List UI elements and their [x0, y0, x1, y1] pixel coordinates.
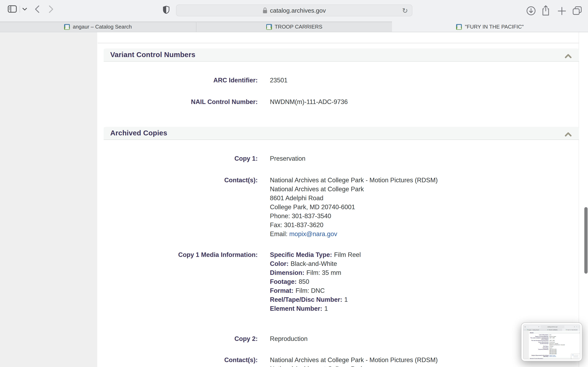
field-label: Contact(s):	[104, 176, 258, 185]
forward-button[interactable]	[48, 5, 53, 13]
media-key: Footage:	[270, 278, 297, 285]
contact-line: National Archives at College Park	[270, 185, 438, 194]
pip-tab-bar: angaur – Catalog Search TROOP CARRIERS "…	[523, 329, 580, 331]
back-icon	[35, 5, 39, 13]
media-key: Color:	[270, 260, 288, 267]
field-label: Copy 2:	[104, 334, 258, 343]
media-pair: Format:Film: DNC	[270, 286, 361, 295]
pip-forward-icon: ›	[528, 326, 528, 327]
shield-icon	[163, 6, 169, 14]
page-content: Variant Control Numbers ARC Identifier: …	[0, 32, 588, 367]
pip-nested-thumbnail	[571, 354, 580, 359]
share-icon	[541, 5, 550, 16]
tab-label: angaur – Catalog Search	[73, 24, 132, 30]
section-title: Variant Control Numbers	[110, 50, 195, 59]
collapse-chevron-up-icon[interactable]	[565, 53, 572, 60]
media-key: Reel/Tape/Disc Number:	[270, 296, 342, 303]
downloads-button[interactable]	[526, 6, 536, 16]
nara-favicon	[456, 24, 462, 30]
pip-tab: angaur – Catalog Search	[523, 329, 543, 331]
collapse-chevron-up-icon[interactable]	[565, 131, 572, 138]
contact-block: National Archives at College Park - Moti…	[270, 176, 438, 239]
section-title: Archived Copies	[110, 129, 167, 137]
email-prefix: Email:	[270, 230, 287, 237]
email-link[interactable]: mopix@nara.gov	[289, 230, 337, 237]
pip-favicon	[527, 329, 528, 330]
content-card-right-edge	[579, 32, 579, 367]
pip-share-icon: ⎋	[576, 326, 577, 327]
media-value: 850	[299, 278, 309, 285]
pip-favicon	[548, 329, 548, 330]
plus-icon	[557, 6, 566, 15]
pip-toolbar: ▥ ‹ › ⛨ catalog.archives.gov ⊙ ⎋ + ❐	[523, 325, 580, 329]
address-bar[interactable]: catalog.archives.gov ↻	[176, 4, 412, 16]
sidebar-dropdown-button[interactable]	[22, 7, 27, 11]
section-header-archived-copies[interactable]: Archived Copies	[104, 127, 579, 140]
media-key: Dimension:	[270, 269, 304, 276]
screenshot-thumbnail-window[interactable]: ▥ ‹ › ⛨ catalog.archives.gov ⊙ ⎋ + ❐ ang…	[521, 323, 582, 361]
contact-block: National Archives at College Park - Moti…	[270, 356, 438, 367]
tab-label: "FURY IN THE PACIFIC"	[465, 24, 524, 30]
pip-tab: "FURY IN THE PACIFIC"	[562, 329, 580, 331]
lock-icon	[263, 7, 268, 13]
pip-download-icon: ⊙	[574, 326, 575, 327]
vertical-scrollbar-thumb[interactable]	[584, 207, 588, 274]
media-value: 1	[344, 296, 348, 303]
field-value: Reproduction	[270, 334, 307, 343]
media-pair: Specific Media Type:Film Reel	[270, 250, 361, 259]
media-pair: Reel/Tape/Disc Number:1	[270, 295, 361, 304]
contact-line: National Archives at College Park - Moti…	[270, 356, 438, 365]
field-value: Preservation	[270, 154, 305, 163]
pip-back-icon: ‹	[527, 326, 527, 327]
chevron-down-icon	[22, 8, 27, 10]
contact-line: Phone: 301-837-3540	[270, 212, 438, 221]
media-info-block: Specific Media Type:Film Reel Color:Blac…	[270, 250, 361, 313]
media-value: Black-and-White	[291, 260, 337, 267]
nara-favicon	[266, 24, 272, 30]
download-icon	[526, 6, 536, 15]
pip-nested-close-badge	[571, 359, 572, 359]
tab-overview-icon	[572, 6, 582, 15]
tab-overview-button[interactable]	[572, 6, 582, 15]
nara-favicon	[64, 24, 70, 30]
browser-toolbar: catalog.archives.gov ↻	[0, 0, 588, 22]
media-value: Film Reel	[334, 251, 361, 258]
pip-sidebar-icon: ▥	[525, 326, 526, 327]
sidebar-icon	[8, 5, 17, 13]
field-label: ARC Identifier:	[104, 76, 258, 85]
media-value: 1	[324, 305, 328, 312]
pip-left-gutter	[523, 331, 529, 359]
media-pair: Color:Black-and-White	[270, 259, 361, 268]
tab-label: TROOP CARRIERS	[275, 24, 322, 30]
toolbar-divider	[20, 6, 20, 13]
tab-angaur-catalog-search[interactable]: angaur – Catalog Search	[0, 22, 196, 32]
media-value: Film: 35 mm	[306, 269, 341, 276]
media-pair: Footage:850	[270, 277, 361, 286]
pip-shield-icon: ⛨	[538, 326, 539, 327]
tab-troop-carriers[interactable]: TROOP CARRIERS	[196, 22, 392, 32]
field-label: NAIL Control Number:	[104, 98, 258, 106]
reload-button[interactable]: ↻	[402, 5, 408, 16]
left-gutter	[0, 32, 97, 367]
media-key: Element Number:	[270, 305, 322, 312]
media-key: Specific Media Type:	[270, 251, 332, 258]
privacy-report-button[interactable]	[163, 5, 169, 14]
contact-line: National Archives at College Park	[270, 365, 438, 367]
pip-favicon	[566, 329, 567, 330]
contact-line: Fax: 301-837-3620	[270, 221, 438, 230]
back-button[interactable]	[34, 5, 40, 13]
section-header-variant-control-numbers[interactable]: Variant Control Numbers	[104, 49, 579, 62]
field-label: Contact(s):	[104, 356, 258, 365]
share-button[interactable]	[541, 4, 550, 16]
field-value: NWDNM(m)-111-ADC-9736	[270, 98, 348, 106]
tab-bar: angaur – Catalog Search TROOP CARRIERS "…	[0, 22, 588, 32]
new-tab-button[interactable]	[557, 6, 566, 16]
sidebar-toggle-button[interactable]	[8, 5, 17, 13]
tab-fury-in-the-pacific-active[interactable]: "FURY IN THE PACIFIC"	[392, 22, 588, 32]
pip-section-header-details: Details∧	[529, 332, 580, 334]
media-pair: Dimension:Film: 35 mm	[270, 268, 361, 277]
url-text: catalog.archives.gov	[270, 7, 326, 14]
contact-line: 8601 Adelphi Road	[270, 194, 438, 203]
media-pair: Element Number:1	[270, 304, 361, 313]
field-label: Copy 1:	[104, 154, 258, 163]
